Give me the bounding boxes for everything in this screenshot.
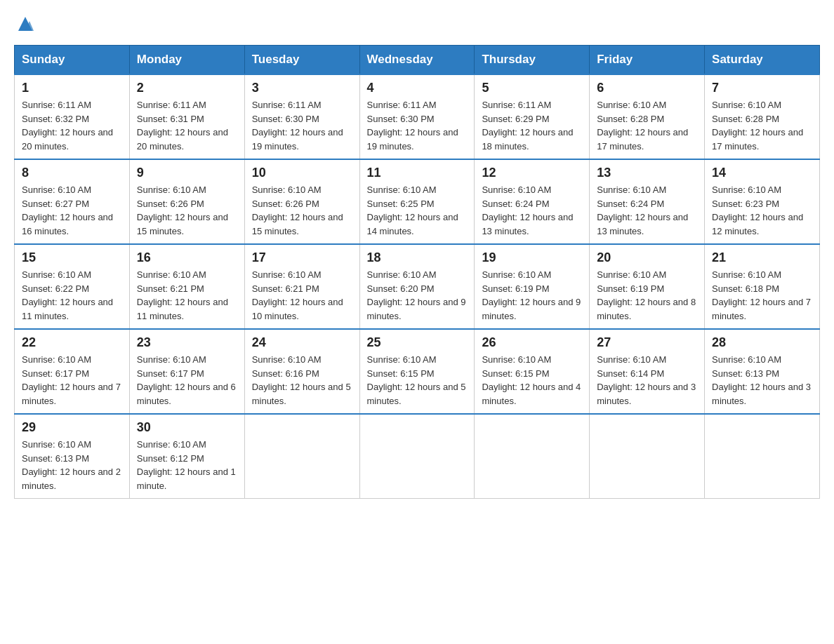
calendar-cell: 24 Sunrise: 6:10 AMSunset: 6:16 PMDaylig… bbox=[244, 329, 359, 414]
header-saturday: Saturday bbox=[705, 46, 820, 75]
header-wednesday: Wednesday bbox=[359, 46, 475, 75]
day-number: 16 bbox=[137, 250, 237, 265]
calendar-cell: 14 Sunrise: 6:10 AMSunset: 6:23 PMDaylig… bbox=[705, 159, 820, 244]
day-number: 10 bbox=[252, 166, 352, 180]
header-sunday: Sunday bbox=[15, 46, 130, 75]
day-number: 21 bbox=[712, 250, 812, 265]
header-monday: Monday bbox=[129, 46, 244, 75]
day-number: 3 bbox=[252, 81, 352, 95]
calendar-cell: 16 Sunrise: 6:10 AMSunset: 6:21 PMDaylig… bbox=[129, 244, 244, 329]
day-info: Sunrise: 6:10 AMSunset: 6:17 PMDaylight:… bbox=[137, 354, 236, 406]
day-number: 12 bbox=[482, 166, 582, 180]
calendar-cell: 6 Sunrise: 6:10 AMSunset: 6:28 PMDayligh… bbox=[590, 74, 705, 159]
header-friday: Friday bbox=[590, 46, 705, 75]
calendar-cell: 27 Sunrise: 6:10 AMSunset: 6:14 PMDaylig… bbox=[590, 329, 705, 414]
day-number: 1 bbox=[22, 81, 122, 95]
calendar-cell: 17 Sunrise: 6:10 AMSunset: 6:21 PMDaylig… bbox=[244, 244, 359, 329]
day-info: Sunrise: 6:10 AMSunset: 6:19 PMDaylight:… bbox=[597, 269, 696, 321]
calendar-cell bbox=[244, 414, 359, 499]
page-header bbox=[14, 14, 820, 34]
day-number: 28 bbox=[712, 335, 812, 350]
weekday-header-row: SundayMondayTuesdayWednesdayThursdayFrid… bbox=[15, 46, 820, 75]
day-info: Sunrise: 6:10 AMSunset: 6:23 PMDaylight:… bbox=[712, 185, 803, 236]
calendar-cell: 5 Sunrise: 6:11 AMSunset: 6:29 PMDayligh… bbox=[475, 74, 590, 159]
calendar-cell: 4 Sunrise: 6:11 AMSunset: 6:30 PMDayligh… bbox=[359, 74, 475, 159]
day-number: 26 bbox=[482, 335, 582, 350]
calendar-cell: 28 Sunrise: 6:10 AMSunset: 6:13 PMDaylig… bbox=[705, 329, 820, 414]
day-number: 14 bbox=[712, 166, 812, 180]
day-info: Sunrise: 6:11 AMSunset: 6:29 PMDaylight:… bbox=[482, 100, 573, 152]
logo bbox=[14, 14, 37, 34]
week-row: 8 Sunrise: 6:10 AMSunset: 6:27 PMDayligh… bbox=[15, 159, 820, 244]
day-info: Sunrise: 6:10 AMSunset: 6:13 PMDaylight:… bbox=[22, 439, 121, 491]
day-info: Sunrise: 6:11 AMSunset: 6:32 PMDaylight:… bbox=[22, 100, 113, 152]
calendar-cell: 30 Sunrise: 6:10 AMSunset: 6:12 PMDaylig… bbox=[129, 414, 244, 499]
day-number: 29 bbox=[22, 420, 122, 435]
day-number: 7 bbox=[712, 81, 812, 95]
day-number: 5 bbox=[482, 81, 582, 95]
day-number: 22 bbox=[22, 335, 122, 350]
header-tuesday: Tuesday bbox=[244, 46, 359, 75]
day-number: 30 bbox=[137, 420, 237, 435]
day-number: 15 bbox=[22, 250, 122, 265]
calendar-cell: 21 Sunrise: 6:10 AMSunset: 6:18 PMDaylig… bbox=[705, 244, 820, 329]
calendar-cell: 22 Sunrise: 6:10 AMSunset: 6:17 PMDaylig… bbox=[15, 329, 130, 414]
day-info: Sunrise: 6:10 AMSunset: 6:19 PMDaylight:… bbox=[482, 269, 581, 321]
calendar-cell bbox=[475, 414, 590, 499]
day-info: Sunrise: 6:10 AMSunset: 6:22 PMDaylight:… bbox=[22, 269, 113, 321]
day-info: Sunrise: 6:11 AMSunset: 6:31 PMDaylight:… bbox=[137, 100, 228, 152]
day-info: Sunrise: 6:10 AMSunset: 6:26 PMDaylight:… bbox=[137, 185, 228, 236]
calendar-cell: 9 Sunrise: 6:10 AMSunset: 6:26 PMDayligh… bbox=[129, 159, 244, 244]
calendar-cell: 11 Sunrise: 6:10 AMSunset: 6:25 PMDaylig… bbox=[359, 159, 475, 244]
day-number: 20 bbox=[597, 250, 697, 265]
day-info: Sunrise: 6:10 AMSunset: 6:17 PMDaylight:… bbox=[22, 354, 121, 406]
day-number: 6 bbox=[597, 81, 697, 95]
day-number: 17 bbox=[252, 250, 352, 265]
day-number: 19 bbox=[482, 250, 582, 265]
calendar-cell: 29 Sunrise: 6:10 AMSunset: 6:13 PMDaylig… bbox=[15, 414, 130, 499]
calendar-cell: 15 Sunrise: 6:10 AMSunset: 6:22 PMDaylig… bbox=[15, 244, 130, 329]
day-info: Sunrise: 6:10 AMSunset: 6:24 PMDaylight:… bbox=[482, 185, 573, 236]
day-number: 2 bbox=[137, 81, 237, 95]
day-info: Sunrise: 6:10 AMSunset: 6:15 PMDaylight:… bbox=[367, 354, 466, 406]
day-info: Sunrise: 6:10 AMSunset: 6:12 PMDaylight:… bbox=[137, 439, 236, 491]
day-number: 23 bbox=[137, 335, 237, 350]
calendar-cell: 8 Sunrise: 6:10 AMSunset: 6:27 PMDayligh… bbox=[15, 159, 130, 244]
calendar-cell bbox=[590, 414, 705, 499]
calendar-cell: 19 Sunrise: 6:10 AMSunset: 6:19 PMDaylig… bbox=[475, 244, 590, 329]
day-number: 11 bbox=[367, 166, 468, 180]
calendar-cell: 13 Sunrise: 6:10 AMSunset: 6:24 PMDaylig… bbox=[590, 159, 705, 244]
day-number: 18 bbox=[367, 250, 468, 265]
week-row: 1 Sunrise: 6:11 AMSunset: 6:32 PMDayligh… bbox=[15, 74, 820, 159]
calendar-cell: 10 Sunrise: 6:10 AMSunset: 6:26 PMDaylig… bbox=[244, 159, 359, 244]
day-number: 27 bbox=[597, 335, 697, 350]
day-number: 24 bbox=[252, 335, 352, 350]
calendar-cell: 26 Sunrise: 6:10 AMSunset: 6:15 PMDaylig… bbox=[475, 329, 590, 414]
day-info: Sunrise: 6:10 AMSunset: 6:20 PMDaylight:… bbox=[367, 269, 466, 321]
calendar-cell: 1 Sunrise: 6:11 AMSunset: 6:32 PMDayligh… bbox=[15, 74, 130, 159]
day-info: Sunrise: 6:10 AMSunset: 6:24 PMDaylight:… bbox=[597, 185, 688, 236]
day-number: 13 bbox=[597, 166, 697, 180]
day-number: 9 bbox=[137, 166, 237, 180]
day-number: 8 bbox=[22, 166, 122, 180]
day-info: Sunrise: 6:10 AMSunset: 6:25 PMDaylight:… bbox=[367, 185, 458, 236]
day-info: Sunrise: 6:10 AMSunset: 6:13 PMDaylight:… bbox=[712, 354, 811, 406]
day-info: Sunrise: 6:10 AMSunset: 6:27 PMDaylight:… bbox=[22, 185, 113, 236]
day-info: Sunrise: 6:10 AMSunset: 6:21 PMDaylight:… bbox=[137, 269, 228, 321]
day-info: Sunrise: 6:10 AMSunset: 6:28 PMDaylight:… bbox=[597, 100, 688, 152]
day-number: 4 bbox=[367, 81, 468, 95]
day-info: Sunrise: 6:10 AMSunset: 6:26 PMDaylight:… bbox=[252, 185, 343, 236]
day-info: Sunrise: 6:10 AMSunset: 6:15 PMDaylight:… bbox=[482, 354, 581, 406]
day-info: Sunrise: 6:11 AMSunset: 6:30 PMDaylight:… bbox=[252, 100, 343, 152]
calendar-cell bbox=[705, 414, 820, 499]
calendar-cell: 23 Sunrise: 6:10 AMSunset: 6:17 PMDaylig… bbox=[129, 329, 244, 414]
day-info: Sunrise: 6:11 AMSunset: 6:30 PMDaylight:… bbox=[367, 100, 458, 152]
day-info: Sunrise: 6:10 AMSunset: 6:16 PMDaylight:… bbox=[252, 354, 351, 406]
day-info: Sunrise: 6:10 AMSunset: 6:21 PMDaylight:… bbox=[252, 269, 343, 321]
calendar-cell bbox=[359, 414, 475, 499]
day-info: Sunrise: 6:10 AMSunset: 6:18 PMDaylight:… bbox=[712, 269, 811, 321]
calendar-cell: 3 Sunrise: 6:11 AMSunset: 6:30 PMDayligh… bbox=[244, 74, 359, 159]
calendar-cell: 12 Sunrise: 6:10 AMSunset: 6:24 PMDaylig… bbox=[475, 159, 590, 244]
calendar-cell: 20 Sunrise: 6:10 AMSunset: 6:19 PMDaylig… bbox=[590, 244, 705, 329]
calendar-cell: 7 Sunrise: 6:10 AMSunset: 6:28 PMDayligh… bbox=[705, 74, 820, 159]
